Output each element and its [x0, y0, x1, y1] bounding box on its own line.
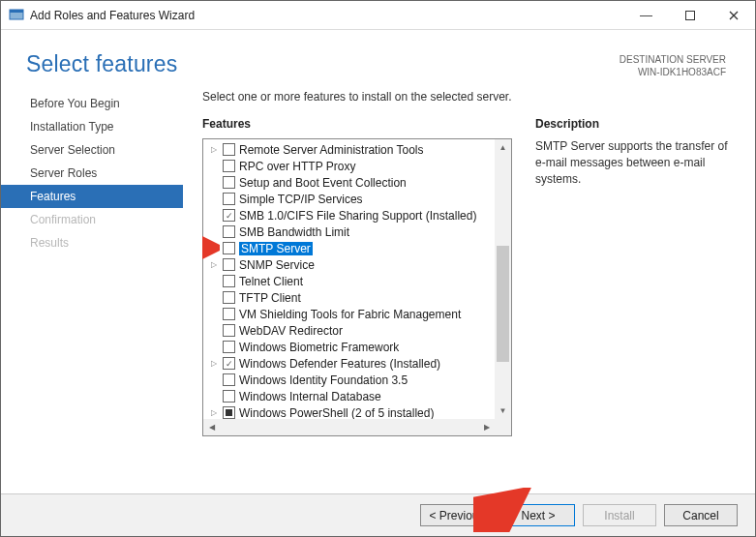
feature-row[interactable]: Windows Biometric Framework — [209, 339, 495, 355]
destination-label: DESTINATION SERVER — [620, 53, 726, 66]
feature-label: WebDAV Redirector — [239, 324, 343, 338]
sidebar-item-installation-type[interactable]: Installation Type — [1, 115, 183, 138]
vertical-scrollbar[interactable]: ▲ ▼ — [495, 139, 511, 419]
feature-label: Windows Identity Foundation 3.5 — [239, 373, 408, 387]
feature-row[interactable]: RPC over HTTP Proxy — [209, 158, 495, 174]
scroll-up-icon[interactable]: ▲ — [495, 139, 511, 156]
feature-label: SNMP Service — [239, 258, 315, 272]
feature-row[interactable]: SMB Bandwidth Limit — [209, 224, 495, 240]
feature-checkbox[interactable] — [223, 176, 235, 189]
scrollbar-corner — [495, 419, 511, 435]
install-button[interactable]: Install — [583, 504, 656, 526]
footer: < Previous Next > Install Cancel — [1, 493, 755, 536]
feature-checkbox[interactable] — [223, 341, 235, 353]
feature-row[interactable]: WebDAV Redirector — [209, 322, 495, 339]
feature-checkbox[interactable] — [223, 242, 235, 254]
next-button[interactable]: Next > — [501, 504, 575, 526]
feature-row[interactable]: SMTP Server — [209, 240, 495, 256]
titlebar: Add Roles and Features Wizard — — [1, 1, 755, 30]
feature-row[interactable]: TFTP Client — [209, 289, 495, 306]
description-column: Description SMTP Server supports the tra… — [535, 117, 730, 493]
sidebar-item-results: Results — [1, 231, 183, 254]
feature-checkbox[interactable] — [223, 291, 235, 304]
feature-label: Telnet Client — [239, 275, 303, 288]
destination-info: DESTINATION SERVER WIN-IDK1HO83ACF — [620, 51, 726, 78]
feature-label: Simple TCP/IP Services — [239, 193, 363, 206]
feature-checkbox[interactable] — [223, 406, 235, 419]
feature-label: Remote Server Administration Tools — [239, 143, 424, 157]
feature-label: Windows Internal Database — [239, 390, 381, 403]
feature-label: SMTP Server — [239, 242, 313, 255]
feature-row[interactable]: Telnet Client — [209, 273, 495, 289]
features-listbox[interactable]: ▷Remote Server Administration ToolsRPC o… — [202, 138, 512, 436]
feature-label: Windows Biometric Framework — [239, 341, 399, 354]
body: Before You BeginInstallation TypeServer … — [1, 88, 755, 493]
feature-checkbox[interactable] — [223, 308, 235, 320]
description-heading: Description — [535, 117, 730, 131]
feature-checkbox[interactable] — [223, 275, 235, 287]
features-heading: Features — [202, 117, 512, 131]
feature-checkbox[interactable] — [223, 160, 235, 172]
feature-checkbox[interactable] — [223, 324, 235, 337]
destination-server: WIN-IDK1HO83ACF — [620, 66, 726, 78]
scrollbar-thumb[interactable] — [497, 246, 509, 362]
window-title: Add Roles and Features Wizard — [30, 9, 624, 22]
feature-label: VM Shielding Tools for Fabric Management — [239, 308, 461, 321]
close-button[interactable] — [711, 1, 755, 29]
feature-row[interactable]: ▷Remote Server Administration Tools — [209, 141, 495, 158]
feature-checkbox[interactable] — [223, 373, 235, 386]
feature-row[interactable]: ✓SMB 1.0/CIFS File Sharing Support (Inst… — [209, 207, 495, 224]
feature-row[interactable]: ▷Windows PowerShell (2 of 5 installed) — [209, 404, 495, 419]
feature-row[interactable]: Simple TCP/IP Services — [209, 191, 495, 207]
sidebar-item-server-roles[interactable]: Server Roles — [1, 162, 183, 185]
wizard-steps: Before You BeginInstallation TypeServer … — [1, 88, 183, 493]
feature-checkbox[interactable]: ✓ — [223, 209, 235, 222]
feature-checkbox[interactable] — [223, 193, 235, 205]
maximize-button[interactable] — [668, 1, 711, 29]
feature-label: TFTP Client — [239, 291, 301, 305]
horizontal-scrollbar[interactable]: ◀ ▶ — [203, 419, 495, 435]
feature-row[interactable]: VM Shielding Tools for Fabric Management — [209, 306, 495, 322]
columns: Features ▷Remote Server Administration T… — [202, 117, 730, 493]
wizard-window: Add Roles and Features Wizard — Select f… — [0, 0, 756, 537]
minimize-button[interactable]: — — [624, 1, 668, 29]
scroll-down-icon[interactable]: ▼ — [495, 403, 511, 419]
feature-checkbox[interactable]: ✓ — [223, 357, 235, 370]
main-pane: Select one or more features to install o… — [183, 88, 730, 493]
features-column: Features ▷Remote Server Administration T… — [202, 117, 512, 493]
expand-icon[interactable]: ▷ — [209, 260, 219, 269]
feature-checkbox[interactable] — [223, 258, 235, 271]
instruction-text: Select one or more features to install o… — [202, 88, 730, 117]
scroll-right-icon[interactable]: ▶ — [478, 419, 495, 435]
sidebar-item-features[interactable]: Features — [1, 185, 183, 208]
description-text: SMTP Server supports the transfer of e-m… — [535, 138, 730, 187]
feature-row[interactable]: ▷SNMP Service — [209, 256, 495, 273]
svg-rect-2 — [685, 11, 694, 19]
feature-label: RPC over HTTP Proxy — [239, 160, 355, 173]
app-icon — [9, 8, 24, 23]
feature-checkbox[interactable] — [223, 225, 235, 238]
scroll-left-icon[interactable]: ◀ — [203, 419, 220, 435]
feature-row[interactable]: Windows Internal Database — [209, 388, 495, 404]
feature-label: Setup and Boot Event Collection — [239, 176, 407, 190]
cancel-button[interactable]: Cancel — [664, 504, 738, 526]
expand-icon[interactable]: ▷ — [209, 408, 219, 417]
sidebar-item-server-selection[interactable]: Server Selection — [1, 138, 183, 162]
feature-row[interactable]: Windows Identity Foundation 3.5 — [209, 372, 495, 388]
feature-label: SMB Bandwidth Limit — [239, 225, 349, 239]
sidebar-item-before-you-begin[interactable]: Before You Begin — [1, 92, 183, 115]
feature-checkbox[interactable] — [223, 390, 235, 403]
feature-row[interactable]: Setup and Boot Event Collection — [209, 174, 495, 191]
header: Select features DESTINATION SERVER WIN-I… — [1, 30, 755, 88]
feature-checkbox[interactable] — [223, 143, 235, 156]
feature-label: Windows PowerShell (2 of 5 installed) — [239, 406, 434, 420]
sidebar-item-confirmation: Confirmation — [1, 208, 183, 231]
page-title: Select features — [26, 51, 620, 77]
feature-row[interactable]: ▷✓Windows Defender Features (Installed) — [209, 355, 495, 372]
previous-button[interactable]: < Previous — [420, 504, 494, 526]
expand-icon[interactable]: ▷ — [209, 359, 219, 368]
expand-icon[interactable]: ▷ — [209, 145, 219, 154]
svg-rect-1 — [10, 10, 23, 13]
feature-label: SMB 1.0/CIFS File Sharing Support (Insta… — [239, 209, 476, 223]
feature-label: Windows Defender Features (Installed) — [239, 357, 440, 371]
